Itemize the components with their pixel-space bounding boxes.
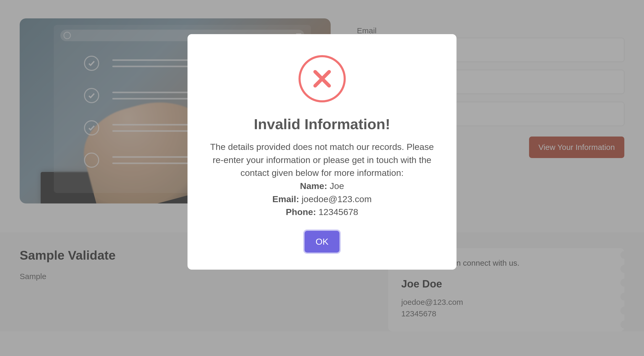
error-icon <box>298 55 346 102</box>
modal-body: The details provided does not match our … <box>209 140 436 219</box>
modal-email-value: joedoe@123.com <box>302 194 372 204</box>
ok-button[interactable]: OK <box>304 231 339 253</box>
modal-phone-value: 12345678 <box>319 207 358 217</box>
error-modal: Invalid Information! The details provide… <box>188 34 457 270</box>
modal-name-label: Name: <box>300 181 327 191</box>
modal-phone-label: Phone: <box>286 207 316 217</box>
modal-name-value: Joe <box>330 181 344 191</box>
modal-email-label: Email: <box>272 194 299 204</box>
modal-message: The details provided does not match our … <box>209 140 436 180</box>
modal-title: Invalid Information! <box>209 116 436 133</box>
